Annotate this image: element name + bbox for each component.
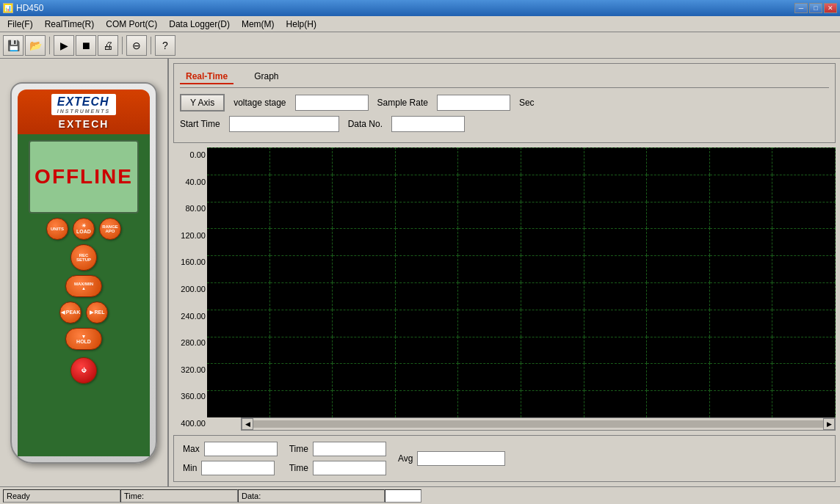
print-button[interactable]: 🖨 xyxy=(98,35,118,56)
grid-cell xyxy=(207,282,270,310)
sample-rate-input[interactable] xyxy=(437,95,510,111)
y-axis: 400.00 360.00 320.00 280.00 240.00 200.0… xyxy=(173,147,207,431)
grid-cell xyxy=(207,310,270,337)
grid-cell xyxy=(772,202,836,229)
y-label-200: 200.00 xyxy=(175,285,206,293)
rel-button[interactable]: ▶ REL xyxy=(86,302,108,324)
grid-cell xyxy=(521,390,584,417)
hold-button[interactable]: ▼HOLD xyxy=(65,328,102,350)
max-label: Max xyxy=(183,444,200,454)
play-button[interactable]: ▶ xyxy=(54,35,74,56)
grid-cell xyxy=(396,337,459,364)
chart-scrollbar: ◀ ▶ xyxy=(241,417,836,431)
grid-cell xyxy=(584,147,648,175)
time-min-label: Time xyxy=(289,463,308,473)
peak-button[interactable]: ◀ PEAK xyxy=(59,302,82,324)
extech-logo: EXTECH INSTRUMENTS xyxy=(51,94,117,115)
button-row-2: RECSETUP xyxy=(70,244,97,271)
y-label-280: 280.00 xyxy=(175,338,206,347)
max-value-input[interactable] xyxy=(204,442,278,456)
grid-cell xyxy=(458,228,521,255)
time-min-input[interactable] xyxy=(313,461,386,475)
help-button[interactable]: ? xyxy=(155,35,175,56)
grid-cell xyxy=(458,363,521,390)
menu-mem[interactable]: Mem(M) xyxy=(236,18,280,31)
rec-button[interactable]: RECSETUP xyxy=(70,244,97,271)
grid-cell xyxy=(647,310,710,337)
maximize-button[interactable]: □ xyxy=(809,3,822,13)
minimize-button[interactable]: ─ xyxy=(794,3,808,13)
grid-cell xyxy=(270,282,333,310)
menu-realtime[interactable]: RealTime(R) xyxy=(39,18,101,31)
grid-cell xyxy=(584,228,648,255)
grid-cell xyxy=(647,202,710,229)
stat-col-1: Max Min xyxy=(183,442,278,475)
y-label-160: 160.00 xyxy=(175,258,206,266)
grid-cell xyxy=(270,310,333,337)
avg-label: Avg xyxy=(398,453,413,464)
time-max-input[interactable] xyxy=(313,442,386,456)
min-value-input[interactable] xyxy=(201,461,275,475)
voltage-stage-input[interactable] xyxy=(295,95,369,111)
grid-cell xyxy=(207,363,270,390)
scroll-track[interactable] xyxy=(253,420,823,428)
grid-cell xyxy=(772,147,836,175)
grid-cell xyxy=(396,202,459,229)
menu-help[interactable]: Help(H) xyxy=(280,18,322,31)
right-panel: Real-Time Graph Y Axis voltage stage Sam… xyxy=(169,59,840,486)
grid-cell xyxy=(270,175,333,202)
status-data: Data: xyxy=(238,489,385,503)
avg-value-input[interactable] xyxy=(417,451,505,466)
grid-cell xyxy=(333,228,396,255)
scroll-right-button[interactable]: ▶ xyxy=(823,418,835,430)
menu-comport[interactable]: COM Port(C) xyxy=(100,18,163,31)
title-bar: 📊 HD450 ─ □ ✕ xyxy=(0,0,840,16)
grid-cell xyxy=(333,147,396,175)
grid-cell xyxy=(772,228,836,255)
stat-col-2: Time Time xyxy=(289,442,386,475)
grid-cell xyxy=(333,310,396,337)
button-row-5: ▼HOLD xyxy=(65,328,102,350)
menu-datalogger[interactable]: Data Logger(D) xyxy=(163,18,236,31)
load-button[interactable]: ☀LOAD xyxy=(73,218,95,240)
main-container: EXTECH INSTRUMENTS EXTECH OFFLINE UNITS … xyxy=(0,59,840,486)
grid-cell xyxy=(772,175,836,202)
start-time-input[interactable] xyxy=(229,116,339,132)
grid-cell xyxy=(710,363,773,390)
close-button[interactable]: ✕ xyxy=(824,3,837,13)
tab-graph[interactable]: Graph xyxy=(248,70,284,84)
grid-cell xyxy=(207,337,270,364)
data-no-input[interactable] xyxy=(391,116,465,132)
menu-file[interactable]: File(F) xyxy=(1,18,39,31)
tab-realtime[interactable]: Real-Time xyxy=(180,70,233,84)
grid-cell xyxy=(521,337,584,364)
grid-cell xyxy=(270,390,333,417)
units-button[interactable]: UNITS xyxy=(46,218,68,240)
grid-cell xyxy=(207,255,270,282)
grid-cell xyxy=(710,175,773,202)
grid-cell xyxy=(584,175,648,202)
grid-cell xyxy=(396,175,459,202)
button-row-3: MAX/MIN▲ xyxy=(65,275,102,297)
open-button[interactable]: 📂 xyxy=(25,35,46,56)
y-label-320: 320.00 xyxy=(175,365,206,374)
yaxis-button[interactable]: Y Axis xyxy=(180,94,225,112)
zoom-button[interactable]: ⊖ xyxy=(126,35,147,56)
grid-cell xyxy=(396,255,459,282)
save-button[interactable]: 💾 xyxy=(3,35,23,56)
power-button[interactable]: ⏻ xyxy=(70,357,97,384)
maxmin-button[interactable]: MAX/MIN▲ xyxy=(65,275,102,297)
grid-cell xyxy=(710,202,773,229)
grid-cell xyxy=(584,282,648,310)
range-button[interactable]: RANGEAPO xyxy=(99,218,121,240)
grid-cell xyxy=(710,147,773,175)
chart-area xyxy=(207,147,836,417)
grid-cell xyxy=(270,363,333,390)
grid-cell xyxy=(207,390,270,417)
scroll-left-button[interactable]: ◀ xyxy=(242,418,253,430)
grid-cell xyxy=(584,337,648,364)
grid-cell xyxy=(647,175,710,202)
stop-button[interactable]: ⏹ xyxy=(76,35,96,56)
grid-cell xyxy=(647,390,710,417)
grid-cell xyxy=(207,202,270,229)
